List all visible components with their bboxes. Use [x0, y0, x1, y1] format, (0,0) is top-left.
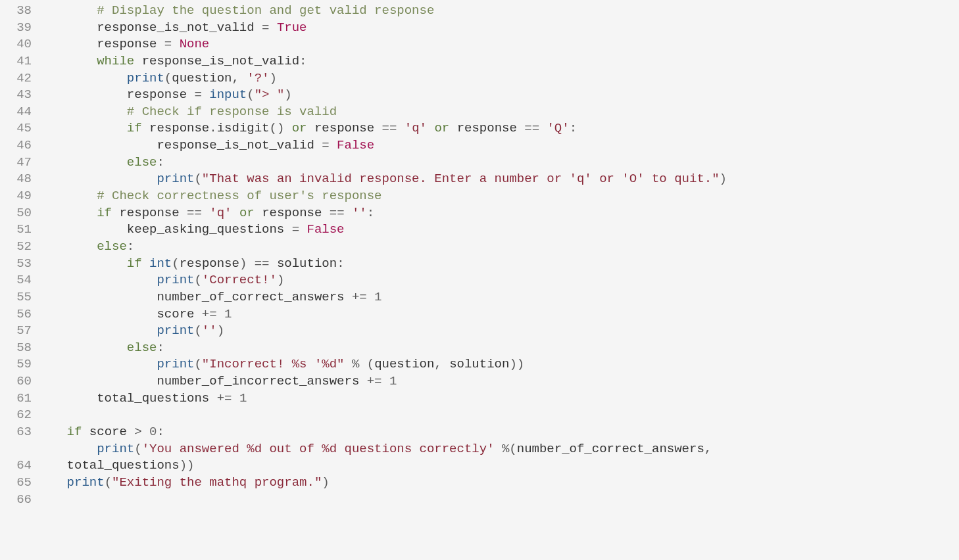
code-content[interactable]: # Display the question and get valid res… [37, 3, 959, 20]
code-line[interactable]: 57 print('') [0, 323, 959, 340]
code-content[interactable] [37, 492, 959, 509]
code-token: > [134, 425, 149, 439]
code-token [37, 54, 97, 68]
code-line[interactable]: 50 if response == 'q' or response == '': [0, 205, 959, 222]
code-content[interactable]: print("Incorrect! %s '%d" % (question, s… [37, 356, 959, 373]
code-line[interactable]: 46 response_is_not_valid = False [0, 137, 959, 154]
code-line[interactable]: 60 number_of_incorrect_answers += 1 [0, 373, 959, 390]
code-line[interactable]: 39 response_is_not_valid = True [0, 20, 959, 37]
code-content[interactable]: print("Exiting the mathq program.") [37, 475, 959, 492]
code-content[interactable]: # Check if response is valid [37, 104, 959, 121]
code-token: else [127, 155, 157, 170]
code-token: if [67, 425, 82, 439]
code-line[interactable]: 58 else: [0, 340, 959, 357]
code-content[interactable]: response_is_not_valid = False [37, 137, 959, 154]
line-number: 58 [0, 340, 37, 357]
code-line[interactable]: 52 else: [0, 239, 959, 256]
code-token: == [524, 121, 547, 135]
code-token: 0 [149, 425, 157, 439]
code-line[interactable]: 55 number_of_correct_answers += 1 [0, 289, 959, 306]
code-line[interactable]: 40 response = None [0, 36, 959, 53]
line-number: 41 [0, 53, 37, 70]
code-content[interactable]: number_of_correct_answers += 1 [37, 289, 959, 306]
code-token: += [352, 290, 374, 304]
code-token: ( [247, 87, 254, 102]
code-token: ( [172, 256, 179, 271]
code-line[interactable]: 51 keep_asking_questions = False [0, 222, 959, 239]
code-line[interactable]: 49 # Check correctness of user's respons… [0, 188, 959, 205]
code-token: total_questions [67, 458, 180, 473]
code-content[interactable]: print("That was an invalid response. Ent… [37, 171, 959, 188]
code-token: response [457, 121, 525, 135]
code-token: 'Q' [547, 121, 569, 135]
code-line[interactable]: 41 while response_is_not_valid: [0, 53, 959, 70]
code-line[interactable]: 44 # Check if response is valid [0, 104, 959, 121]
code-content[interactable]: response = None [37, 36, 959, 53]
code-line[interactable]: 61 total_questions += 1 [0, 390, 959, 408]
code-token [37, 3, 97, 18]
code-content[interactable]: score += 1 [37, 306, 959, 323]
code-token [82, 425, 89, 439]
code-token: int [149, 256, 172, 271]
code-line[interactable]: 38 # Display the question and get valid … [0, 3, 959, 20]
code-content[interactable]: else: [37, 340, 959, 357]
code-line[interactable]: 56 score += 1 [0, 306, 959, 323]
code-token [427, 121, 434, 135]
code-line[interactable]: 59 print("Incorrect! %s '%d" % (question… [0, 356, 959, 373]
code-content[interactable]: if response == 'q' or response == '': [37, 205, 959, 222]
code-line[interactable]: 48 print("That was an invalid response. … [0, 171, 959, 188]
code-token [37, 357, 157, 371]
code-token: response [180, 256, 239, 271]
code-token [232, 206, 239, 220]
code-token: , [434, 357, 449, 371]
code-token: if [127, 256, 142, 271]
code-token: score [157, 307, 201, 321]
code-content[interactable]: print('You answered %d out of %d questio… [37, 441, 959, 458]
code-content[interactable]: else: [37, 239, 959, 256]
code-content[interactable]: if int(response) == solution: [37, 256, 959, 273]
code-token: ( [194, 273, 201, 287]
code-token: = [164, 37, 180, 51]
code-content[interactable]: if response.isdigit() or response == 'q'… [37, 120, 959, 137]
code-line[interactable]: 47 else: [0, 154, 959, 172]
code-content[interactable]: print('Correct!') [37, 272, 959, 289]
code-line[interactable]: 53 if int(response) == solution: [0, 256, 959, 273]
code-content[interactable]: total_questions += 1 [37, 390, 959, 408]
code-line[interactable]: 45 if response.isdigit() or response == … [0, 120, 959, 137]
code-token [37, 307, 157, 321]
code-token: or [239, 206, 255, 220]
code-content[interactable]: total_questions)) [37, 457, 959, 475]
code-line[interactable]: 42 print(question, '?') [0, 70, 959, 87]
code-token [37, 71, 127, 85]
code-content[interactable]: response = input("> ") [37, 87, 959, 104]
code-token: 1 [374, 290, 381, 304]
code-line[interactable]: 65 print("Exiting the mathq program.") [0, 475, 959, 492]
code-line[interactable]: 64 total_questions)) [0, 457, 959, 475]
code-content[interactable]: print('') [37, 323, 959, 340]
code-token [37, 172, 157, 186]
code-content[interactable]: print(question, '?') [37, 70, 959, 87]
code-content[interactable] [37, 407, 959, 424]
code-line[interactable]: 66 [0, 492, 959, 509]
code-line[interactable]: 62 [0, 407, 959, 424]
code-token [142, 121, 149, 135]
code-line[interactable]: 63 if score > 0: [0, 424, 959, 441]
code-token: or [292, 121, 307, 135]
code-token: : [367, 206, 374, 220]
code-editor[interactable]: 38 # Display the question and get valid … [0, 0, 959, 511]
code-content[interactable]: number_of_incorrect_answers += 1 [37, 373, 959, 390]
code-content[interactable]: response_is_not_valid = True [37, 20, 959, 37]
code-content[interactable]: else: [37, 154, 959, 172]
code-token: while [97, 54, 134, 68]
line-number: 38 [0, 3, 37, 20]
code-content[interactable]: if score > 0: [37, 424, 959, 441]
code-content[interactable]: while response_is_not_valid: [37, 53, 959, 70]
code-line[interactable]: 54 print('Correct!') [0, 272, 959, 289]
code-line[interactable]: 43 response = input("> ") [0, 87, 959, 104]
code-content[interactable]: keep_asking_questions = False [37, 222, 959, 239]
code-token: , [232, 71, 247, 85]
code-token: solution [449, 357, 509, 371]
code-content[interactable]: # Check correctness of user's response [37, 188, 959, 205]
code-token [37, 425, 67, 439]
code-line[interactable]: print('You answered %d out of %d questio… [0, 441, 959, 458]
